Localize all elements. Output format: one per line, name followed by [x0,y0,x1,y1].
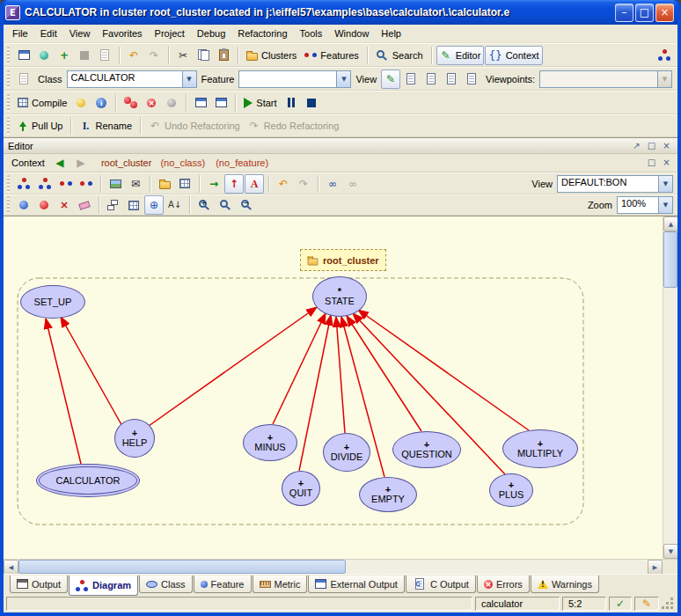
link-button[interactable]: ∞ [323,174,342,194]
feature-combobox[interactable]: ▼ [238,70,351,88]
undo-refactoring-button[interactable]: ↶Undo Refactoring [145,116,244,136]
cut-button[interactable]: ✂ [173,46,193,65]
zoom-fit-button[interactable] [216,195,236,215]
undo-button[interactable]: ↶ [124,46,143,65]
class-node-set_up[interactable]: SET_UP [20,285,85,319]
stop-button[interactable] [302,93,321,113]
toolbar-grip[interactable] [7,117,10,135]
menu-file[interactable]: File [6,26,34,40]
inheritance-arrow[interactable] [273,313,326,424]
new-editor-button[interactable] [14,46,33,65]
menu-favorites[interactable]: Favorites [96,26,148,40]
class-node-empty[interactable]: +EMPTY [359,477,417,512]
tab-errors[interactable]: Errors [477,576,530,593]
sort-button[interactable]: A↓ [165,195,185,215]
zoom-in-button[interactable]: + [194,195,215,215]
start-button[interactable]: Start [240,93,280,113]
menu-debug[interactable]: Debug [191,26,231,40]
new-cluster-tool-button[interactable] [35,174,55,194]
scroll-right-button[interactable]: ▶ [648,560,663,575]
flat-view-button[interactable] [442,70,461,89]
diagram-view-combobox[interactable]: DEFAULT:BON ▼ [557,175,673,193]
copy-button[interactable] [194,46,213,65]
title-bar[interactable]: E CALCULATOR in cluster root_cluster loc… [4,0,677,25]
zoom-out-button[interactable]: − [237,195,257,215]
class-node-calculator[interactable]: CALCULATOR [36,464,140,497]
history-forward-button[interactable]: ▶ [71,153,91,172]
editor-toggle-button[interactable]: ✎Editor [436,46,485,65]
tab-warnings[interactable]: Warnings [531,576,599,593]
new-class-tool-button[interactable] [14,174,34,194]
client-link-tool-button[interactable] [56,174,76,194]
debug-ignore-contracts-button[interactable] [191,93,210,113]
context-class-name[interactable]: (no_class) [160,158,205,168]
clickable-view-button[interactable] [401,70,421,89]
class-node-multiply[interactable]: +MULTIPLY [502,429,578,468]
interface-view-button[interactable] [462,70,481,89]
pull-up-button[interactable]: Pull Up [14,116,66,136]
pause-button[interactable] [282,93,301,113]
disable-breakpoints-button[interactable] [142,93,161,113]
resize-grip[interactable] [662,597,675,611]
toolbar-grip[interactable] [7,196,10,214]
any-class-button[interactable] [14,195,33,215]
close-button[interactable]: × [655,4,674,22]
search-button[interactable]: Search [372,46,427,65]
context-cluster-name[interactable]: root_cluster [101,158,151,168]
menu-project[interactable]: Project [149,26,191,40]
horizontal-scrollbar[interactable]: ◀ ▶ [4,559,677,574]
enable-breakpoints-button[interactable] [121,93,141,113]
menu-tools[interactable]: Tools [294,26,329,40]
stop-application-button[interactable] [75,46,94,65]
rename-button[interactable]: I.Rename [76,116,135,136]
force-layout-button[interactable]: ⊕ [144,195,164,215]
toolbar-grip[interactable] [7,175,10,193]
project-info-button[interactable] [92,93,111,113]
melt-button[interactable] [71,93,91,113]
diagram-shortcut-button[interactable] [655,46,675,65]
export-image-button[interactable] [106,174,125,194]
viewpoints-combobox-dropdown[interactable]: ▼ [657,71,671,87]
view-cluster-button[interactable] [155,174,174,194]
tab-feature[interactable]: Feature [194,576,252,593]
redo-button[interactable]: ↷ [144,46,164,65]
minimize-button[interactable]: – [615,4,633,22]
text-view-button[interactable]: ✎ [381,70,400,89]
inheritance-arrow[interactable] [358,310,529,430]
float-panel-button[interactable]: ↗ [630,140,643,152]
class-node-quit[interactable]: +QUIT [282,471,320,506]
debug-run-workbench-button[interactable] [211,93,231,113]
delete-figure-button[interactable]: × [55,195,74,215]
diagram-canvas[interactable]: SET_UP*STATE+HELPCALCULATOR+MINUS+QUIT+D… [4,216,663,559]
toolbar-grip[interactable] [7,94,10,112]
maximize-button[interactable]: □ [635,4,654,22]
scroll-down-button[interactable]: ▼ [663,544,677,559]
show-ancestors-button[interactable]: ↑ [224,174,244,194]
unlink-button[interactable]: ∞ [343,174,362,194]
tab-external-output[interactable]: External Output [308,576,404,593]
toolbar-grip[interactable] [7,47,10,64]
menu-window[interactable]: Window [328,26,375,40]
zoom-combobox[interactable]: 100% ▼ [617,196,673,214]
class-view-button[interactable] [175,174,194,194]
class-combobox-dropdown[interactable]: ▼ [182,71,196,87]
scroll-left-button[interactable]: ◀ [4,560,18,575]
add-button[interactable]: + [55,46,74,65]
erase-figure-button[interactable] [75,195,94,215]
tab-c-output[interactable]: CC Output [406,576,476,593]
tree-layout-button[interactable] [104,195,123,215]
open-project-button[interactable] [34,46,54,65]
go-to-button[interactable]: → [204,174,223,194]
close-context-button[interactable]: × [660,157,673,169]
inheritance-arrow[interactable] [61,317,123,428]
class-node-minus[interactable]: +MINUS [243,424,297,461]
inheritance-link-tool-button[interactable] [77,174,96,194]
maximize-context-button[interactable]: □ [645,157,658,169]
class-node-state[interactable]: *STATE [312,276,367,317]
menu-help[interactable]: Help [375,26,407,40]
context-feature-name[interactable]: (no_feature) [216,158,268,168]
menu-edit[interactable]: Edit [34,26,63,40]
tab-output[interactable]: Output [10,576,68,593]
horizontal-scroll-thumb[interactable] [18,560,346,574]
clusters-button[interactable]: Clusters [243,46,300,65]
